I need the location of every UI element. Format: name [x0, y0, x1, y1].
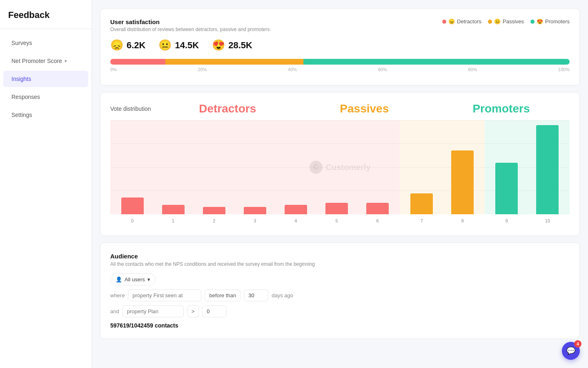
bar-label-7: 7 [421, 218, 423, 223]
bar-col-8: 8 [442, 120, 483, 214]
passives-emoji: 😐 [158, 39, 172, 52]
bar-label-2: 2 [213, 218, 215, 223]
progress-bar-container: 0% 20% 40% 60% 80% 100% [110, 59, 570, 72]
bar-col-0: 0 [112, 120, 153, 214]
satisfaction-counts: 😞 6.2K 😐 14.5K 😍 28.5K [110, 39, 570, 52]
chat-badge: 4 [574, 340, 581, 348]
progress-label-20: 20% [198, 67, 207, 72]
legend: 😠 Detractors 😐 Passives 😍 Promoters [442, 18, 570, 25]
chat-bubble[interactable]: 💬 4 [562, 342, 580, 360]
plan-value-input[interactable] [202, 305, 227, 317]
detractors-emoji: 😞 [110, 39, 123, 52]
legend-item-passives: 😐 Passives [488, 18, 524, 25]
audience-title: Audience [110, 253, 570, 260]
progress-label-100: 100% [558, 67, 570, 72]
promoters-value: 28.5K [228, 40, 252, 51]
passives-section-label: Passives [296, 102, 433, 115]
bar-label-8: 8 [461, 218, 464, 223]
bar-8 [451, 150, 474, 214]
promoters-emoji: 😍 [212, 39, 225, 52]
bar-9 [495, 163, 518, 215]
days-number-input[interactable] [244, 289, 268, 301]
legend-label-detractors: Detractors [457, 18, 481, 25]
app-title: Feedback [0, 0, 91, 29]
property-plan-input[interactable] [122, 305, 184, 317]
promoters-zone: 9 10 [485, 120, 570, 214]
bar-label-0: 0 [131, 218, 134, 223]
all-users-dropdown[interactable]: 👤 All users ▾ [110, 274, 156, 285]
progress-passives [165, 59, 303, 65]
detractors-section-label: Detractors [159, 102, 296, 115]
promoters-count: 😍 28.5K [212, 39, 252, 52]
sidebar-item-insights[interactable]: Insights [3, 71, 88, 87]
days-ago-label: days ago [272, 292, 293, 298]
progress-promoters [303, 59, 570, 65]
sidebar-nav: Surveys Net Promoter Score ▾ Insights Re… [0, 29, 91, 129]
legend-label-passives: Passives [503, 18, 524, 25]
progress-label-0: 0% [110, 67, 117, 72]
legend-emoji-passives: 😐 [494, 18, 501, 25]
bar-label-10: 10 [545, 218, 550, 223]
chat-icon: 💬 [566, 346, 575, 355]
all-users-label: All users [125, 276, 145, 283]
bar-3 [244, 207, 266, 214]
bar-col-7: 7 [401, 120, 442, 214]
progress-label-80: 80% [468, 67, 477, 72]
main-content: User satisfaction Overall distribution o… [92, 0, 588, 368]
bar-col-1: 1 [153, 120, 194, 214]
filter-row-1: where before than days ago [110, 289, 570, 301]
detractors-value: 6.2K [127, 40, 145, 51]
chevron-down-icon: ▾ [65, 58, 67, 64]
legend-emoji-promoters: 😍 [537, 18, 543, 25]
card-title-group: User satisfaction Overall distribution o… [110, 18, 271, 32]
user-satisfaction-card: User satisfaction Overall distribution o… [100, 8, 580, 85]
legend-item-detractors: 😠 Detractors [442, 18, 481, 25]
sidebar-item-settings[interactable]: Settings [3, 107, 88, 123]
bar-4 [285, 205, 307, 214]
legend-item-promoters: 😍 Promoters [530, 18, 570, 25]
detractors-zone: 0 1 2 3 4 [110, 120, 400, 214]
bar-1 [162, 205, 185, 214]
audience-subtitle: All the contacts who met the NPS conditi… [110, 261, 570, 267]
bar-7 [410, 193, 433, 214]
sidebar-label-responses: Responses [11, 94, 40, 100]
sidebar-label-surveys: Surveys [11, 40, 32, 46]
promoters-section-label: Promoters [433, 102, 570, 115]
passives-dot [488, 20, 492, 24]
all-users-row: 👤 All users ▾ [110, 274, 570, 285]
sidebar-item-nps[interactable]: Net Promoter Score ▾ [3, 53, 88, 69]
legend-label-promoters: Promoters [545, 18, 570, 25]
vote-header: Vote distribution Detractors Passives Pr… [110, 102, 570, 115]
progress-detractors [110, 59, 165, 65]
legend-emoji-detractors: 😠 [448, 18, 455, 25]
greater-than-operator: > [187, 305, 199, 317]
audience-card: Audience All the contacts who met the NP… [100, 242, 580, 339]
property-first-seen-input[interactable] [128, 289, 201, 301]
sidebar-item-surveys[interactable]: Surveys [3, 35, 88, 51]
chart-wrapper: C Customerly 0 1 2 [110, 120, 570, 226]
sidebar-label-insights: Insights [11, 76, 31, 82]
filter-row-2: and > [110, 305, 570, 317]
bar-label-3: 3 [254, 218, 256, 223]
bar-6 [366, 203, 389, 214]
and-label: and [110, 308, 119, 314]
sidebar-item-responses[interactable]: Responses [3, 89, 88, 105]
bar-label-1: 1 [172, 218, 174, 223]
progress-bar [110, 59, 570, 65]
passives-count: 😐 14.5K [158, 39, 199, 52]
progress-label-60: 60% [378, 67, 387, 72]
vote-title: Vote distribution [110, 105, 151, 112]
contacts-count: 597619/1042459 contacts [110, 322, 570, 329]
users-icon: 👤 [116, 276, 122, 283]
bar-5 [325, 203, 348, 214]
bar-label-4: 4 [294, 218, 297, 223]
detractors-count: 😞 6.2K [110, 39, 145, 52]
bar-col-4: 4 [275, 120, 316, 214]
bar-label-9: 9 [506, 218, 508, 223]
bar-label-5: 5 [335, 218, 338, 223]
bar-label-6: 6 [376, 218, 379, 223]
detractors-dot [442, 20, 446, 24]
chart-area: C Customerly 0 1 2 [110, 120, 570, 214]
bar-col-6: 6 [357, 120, 398, 214]
promoters-dot [530, 20, 535, 24]
